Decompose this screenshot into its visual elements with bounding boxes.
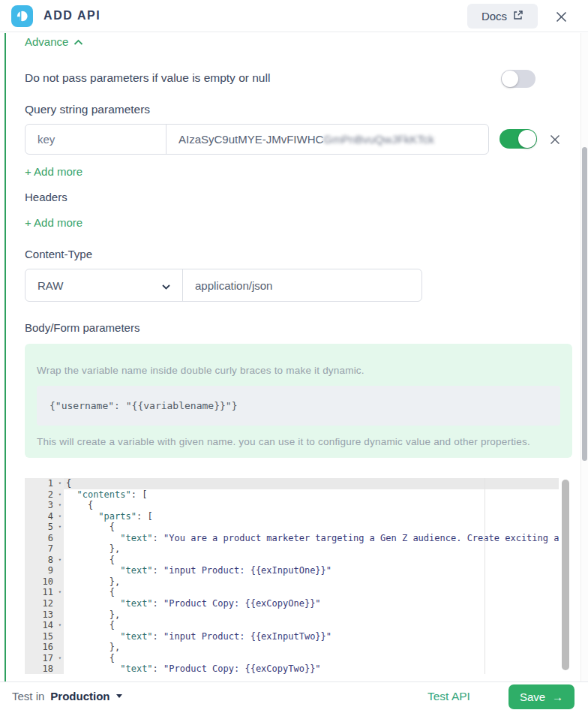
- fold-arrow-icon[interactable]: ▾: [58, 620, 62, 631]
- query-value-input[interactable]: AIzaSyC9utMYE-JMvFIWHCGmPnBvuQwJFkKTck: [166, 125, 488, 154]
- line-number: 9: [25, 565, 64, 576]
- code-line: 16 },: [25, 642, 572, 653]
- code-line: 3▾ {: [25, 500, 572, 511]
- fold-arrow-icon[interactable]: ▾: [58, 511, 62, 522]
- body-params-label: Body/Form parameters: [25, 321, 140, 334]
- test-api-label: Test API: [428, 690, 470, 703]
- toggle-knob: [518, 130, 536, 148]
- page-title: ADD API: [44, 9, 100, 23]
- code-line: 5▾ {: [25, 522, 572, 533]
- line-number: 17▾: [25, 653, 64, 664]
- caret-down-icon: [116, 694, 122, 698]
- modal-scrollbar-thumb[interactable]: [582, 147, 587, 461]
- code-line: 11▾ {: [25, 587, 572, 598]
- external-link-icon: [513, 10, 524, 23]
- code-lines: 1▾{2▾ "contents": [3▾ {4▾ "parts": [5▾ {…: [25, 478, 572, 674]
- query-add-more-link[interactable]: + Add more: [25, 165, 82, 178]
- query-params-label: Query string parameters: [25, 103, 150, 116]
- fold-arrow-icon[interactable]: ▾: [58, 478, 62, 489]
- line-number: 5▾: [25, 522, 64, 533]
- code-line: 9 "text": "input Product: {{exInputOne}}…: [25, 565, 572, 576]
- toggle-knob: [502, 71, 518, 87]
- hint-title: Wrap the variable name inside double cur…: [37, 365, 560, 376]
- code-line: 13 },: [25, 609, 572, 621]
- content-type-select[interactable]: RAW: [26, 269, 182, 301]
- fold-arrow-icon[interactable]: ▾: [58, 555, 62, 566]
- hint-note: This will create a variable with given n…: [37, 436, 560, 447]
- line-number: 2▾: [25, 489, 64, 501]
- advance-toggle-link[interactable]: Advance: [25, 35, 83, 48]
- code-line: 7 },: [25, 543, 572, 555]
- advance-label: Advance: [25, 35, 68, 48]
- chevron-down-icon: [162, 279, 170, 292]
- code-line: 14▾ {: [25, 620, 572, 631]
- content-type-value-input[interactable]: application/json: [183, 269, 422, 301]
- query-value-obscured: GmPnBvuQwJFkKTck: [323, 133, 434, 146]
- environment-value: Production: [50, 690, 110, 702]
- code-line: 4▾ "parts": [: [25, 511, 572, 522]
- add-more-label: + Add more: [25, 216, 82, 229]
- section-accent-line: [4, 33, 6, 681]
- code-line: 17▾ {: [25, 653, 572, 664]
- close-icon[interactable]: [553, 8, 569, 25]
- line-number: 12: [25, 598, 64, 609]
- dynamic-variable-hint-box: Wrap the variable name inside double cur…: [25, 344, 572, 458]
- code-line: 15 "text": "input Product: {{exInputTwo}…: [25, 631, 572, 642]
- headers-add-more-link[interactable]: + Add more: [25, 216, 82, 229]
- chevron-up-icon: [74, 35, 83, 48]
- query-param-row: key AIzaSyC9utMYE-JMvFIWHCGmPnBvuQwJFkKT…: [25, 124, 489, 155]
- code-line: 1▾{: [25, 478, 572, 489]
- content-type-label: Content-Type: [25, 248, 92, 260]
- line-number: 16: [25, 642, 64, 653]
- fold-arrow-icon[interactable]: ▾: [58, 489, 62, 501]
- code-line: 10 },: [25, 576, 572, 588]
- save-label: Save: [520, 690, 545, 703]
- environment-select[interactable]: Production: [50, 690, 122, 702]
- fold-arrow-icon[interactable]: ▾: [58, 587, 62, 598]
- docs-button[interactable]: Docs: [467, 4, 538, 29]
- remove-query-param-icon[interactable]: [547, 131, 563, 148]
- empty-null-toggle[interactable]: [501, 70, 536, 88]
- line-number: 7: [25, 543, 64, 555]
- line-number: 3▾: [25, 500, 64, 511]
- code-line: 12 "text": "Product Copy: {{exCopyOne}}": [25, 598, 572, 609]
- body-code-editor[interactable]: 1▾{2▾ "contents": [3▾ {4▾ "parts": [5▾ {…: [25, 478, 572, 674]
- fold-arrow-icon[interactable]: ▾: [58, 522, 62, 533]
- code-line: 6 "text": "You are a product marketer ta…: [25, 533, 572, 544]
- modal-header: ADD API Docs: [0, 0, 588, 32]
- empty-null-toggle-label: Do not pass parameters if value is empty…: [25, 71, 270, 85]
- content-type-row: RAW application/json: [25, 269, 422, 302]
- line-number: 1▾: [25, 478, 64, 489]
- query-param-enable-toggle[interactable]: [500, 129, 537, 149]
- fold-arrow-icon[interactable]: ▾: [58, 500, 62, 511]
- save-button[interactable]: Save →: [508, 684, 574, 709]
- line-number: 6: [25, 533, 64, 544]
- line-number: 18: [25, 663, 64, 674]
- fold-arrow-icon[interactable]: ▾: [58, 653, 62, 664]
- code-line: 8▾ {: [25, 555, 572, 566]
- line-number: 8▾: [25, 555, 64, 566]
- line-number: 14▾: [25, 620, 64, 631]
- test-api-button[interactable]: Test API: [428, 682, 470, 710]
- modal-footer: Test in Production Test API Save →: [0, 681, 588, 710]
- line-number: 4▾: [25, 511, 64, 522]
- test-in-label: Test in: [12, 690, 44, 702]
- query-key-value: key: [38, 133, 55, 146]
- arrow-right-icon: →: [552, 690, 563, 703]
- query-value-visible: AIzaSyC9utMYE-JMvFIWHC: [178, 133, 323, 146]
- content-type-value: application/json: [195, 279, 272, 292]
- editor-scrollbar-thumb[interactable]: [562, 480, 569, 670]
- add-more-label: + Add more: [25, 165, 82, 178]
- line-number: 13: [25, 609, 64, 621]
- code-line: 2▾ "contents": [: [25, 489, 572, 501]
- code-line: 18 "text": "Product Copy: {{exCopyTwo}}": [25, 663, 572, 674]
- docs-button-label: Docs: [482, 10, 507, 23]
- hint-code-example: {"username": "{{variablename}}"}: [37, 386, 560, 426]
- content-type-mode: RAW: [38, 279, 63, 292]
- line-number: 11▾: [25, 587, 64, 598]
- editor-ruler-line: [484, 478, 485, 674]
- line-number: 10: [25, 576, 64, 588]
- app-logo-icon: [11, 5, 33, 27]
- query-key-input[interactable]: key: [26, 125, 166, 154]
- headers-label: Headers: [25, 191, 68, 203]
